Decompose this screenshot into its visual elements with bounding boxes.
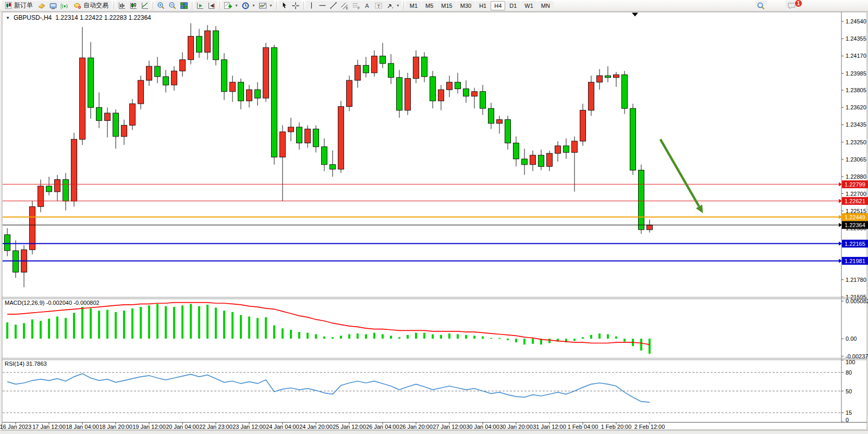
ohlc-values: 1.22314 1.22422 1.22283 1.22364 [55, 14, 151, 21]
price-badge: 1.22364 [839, 221, 868, 229]
text-label-icon: T [374, 2, 383, 10]
crosshair-button[interactable] [290, 1, 301, 11]
horizontal-line-button[interactable] [317, 1, 328, 11]
candle-bull [647, 225, 653, 230]
trendline-button[interactable] [328, 1, 339, 11]
macd-histogram-bar [615, 337, 617, 339]
line-chart-button[interactable] [139, 1, 151, 11]
macd-histogram-bar [81, 307, 83, 339]
svg-text:F: F [358, 6, 360, 10]
top-toolbar: 新订单 自动交易 ▼ ▼ [0, 0, 868, 11]
time-tick-label: 30 Jan 20:00 [499, 424, 533, 430]
macd-histogram-bar [106, 310, 108, 339]
chart-canvas[interactable]: 1.245401.243551.241701.239851.238051.236… [0, 0, 868, 434]
fibonacci-icon: F [352, 2, 360, 10]
tab-timeframe-mn[interactable]: MN [537, 1, 554, 10]
auto-scroll-button[interactable] [194, 1, 206, 11]
macd-histogram-bar [98, 311, 100, 339]
templates-button[interactable]: ▼ [257, 1, 274, 11]
price-badge: 1.22621 [839, 197, 868, 205]
market-watch-button[interactable] [36, 1, 47, 11]
macd-histogram-bar [373, 333, 375, 339]
price-tick-label: 1.22700 [846, 191, 866, 197]
periods-clock-icon [241, 2, 250, 10]
tab-timeframe-h4[interactable]: H4 [491, 1, 505, 10]
macd-histogram-bar [65, 318, 67, 339]
candle-bear [113, 113, 119, 137]
new-order-button[interactable]: 新订单 [2, 1, 36, 11]
tab-timeframe-d1[interactable]: D1 [506, 1, 520, 10]
rsi-axis-label: 50 [846, 388, 852, 394]
time-tick-label: 2 Feb 12:00 [634, 424, 665, 430]
cursor-icon [280, 2, 288, 9]
tab-timeframe-m30[interactable]: M30 [457, 1, 475, 10]
candle-bear [272, 47, 277, 157]
candle-bear [422, 57, 427, 77]
candle-bear [255, 90, 261, 98]
vertical-line-button[interactable] [306, 1, 317, 11]
time-tick-label: 17 Jan 12:00 [32, 424, 66, 430]
price-tick-label: 1.22515 [846, 208, 866, 214]
signals-button[interactable] [59, 1, 70, 11]
time-tick-label: 30 Jan 04:00 [466, 424, 499, 430]
tab-timeframe-m5[interactable]: M5 [422, 1, 437, 10]
candle-bull [188, 36, 194, 60]
tab-timeframe-m1[interactable]: M1 [406, 1, 421, 10]
tab-timeframe-h1[interactable]: H1 [475, 1, 490, 10]
macd-histogram-bar [15, 325, 17, 339]
chart-shift-button[interactable] [206, 1, 217, 11]
indicators-button[interactable]: ▼ [222, 1, 240, 11]
macd-histogram-bar [448, 333, 450, 339]
text-label-button[interactable]: T [373, 1, 384, 11]
candle-bull [555, 146, 561, 153]
candle-bull [121, 125, 127, 137]
candle-bear [430, 77, 436, 101]
auto-scroll-icon [196, 2, 204, 10]
candle-bull [497, 120, 503, 123]
macd-histogram-bar [382, 334, 384, 339]
macd-histogram-bar [532, 339, 534, 344]
bar-chart-button[interactable] [116, 1, 128, 11]
macd-histogram-bar [248, 317, 250, 339]
periods-button[interactable]: ▼ [240, 1, 257, 11]
arrows-button[interactable]: ▼ [384, 1, 401, 11]
tab-timeframe-m15[interactable]: M15 [437, 1, 456, 10]
time-tick-label: 1 Feb 04:00 [568, 424, 598, 430]
text-button[interactable]: A [362, 1, 373, 11]
candle-bull [355, 65, 361, 80]
tab-timeframe-w1[interactable]: W1 [521, 1, 537, 10]
equidistant-channel-button[interactable]: E [339, 1, 350, 11]
zoom-in-button[interactable] [155, 1, 167, 11]
macd-histogram-bar [590, 335, 592, 339]
time-tick-label: 16 Jan 2023 [0, 424, 31, 430]
cursor-button[interactable] [279, 1, 290, 11]
candlestick-chart-button[interactable] [128, 1, 139, 11]
candle-bear [488, 108, 494, 123]
search-button[interactable] [755, 1, 767, 11]
navigator-button[interactable] [47, 1, 59, 11]
zoom-out-icon [168, 2, 177, 10]
crosshair-icon [291, 2, 300, 10]
time-tick-label: 25 Jan 12:00 [333, 424, 366, 430]
fibonacci-button[interactable]: F [350, 1, 362, 11]
symbol-dropdown-icon[interactable]: ▼ [6, 16, 10, 20]
price-tick-label: 1.23065 [846, 156, 866, 163]
candle-bear [505, 120, 511, 143]
indicators-icon [224, 2, 233, 10]
zoom-out-button[interactable] [167, 1, 178, 11]
time-tick-label: 20 Jan 04:00 [166, 424, 199, 430]
timeframe-group: M1M5M15M30H1H4D1W1MN [406, 1, 554, 10]
macd-histogram-bar [515, 339, 517, 342]
autotrade-button[interactable]: 自动交易 [70, 1, 112, 11]
macd-histogram-bar [490, 338, 492, 339]
line-chart-icon [141, 2, 149, 10]
toolbar-separator [114, 2, 114, 9]
macd-histogram-bar [156, 304, 158, 339]
candle-bear [455, 82, 461, 89]
tile-windows-button[interactable] [178, 1, 190, 11]
time-tick-label: 1 Feb 20:00 [601, 424, 632, 430]
macd-histogram-bar [115, 312, 117, 339]
chart-window-frame [2, 12, 867, 430]
rsi-axis-label: 80 [846, 369, 852, 376]
chart-title[interactable]: ▼ GBPUSD-,H4 1.22314 1.22422 1.22283 1.2… [6, 14, 151, 21]
